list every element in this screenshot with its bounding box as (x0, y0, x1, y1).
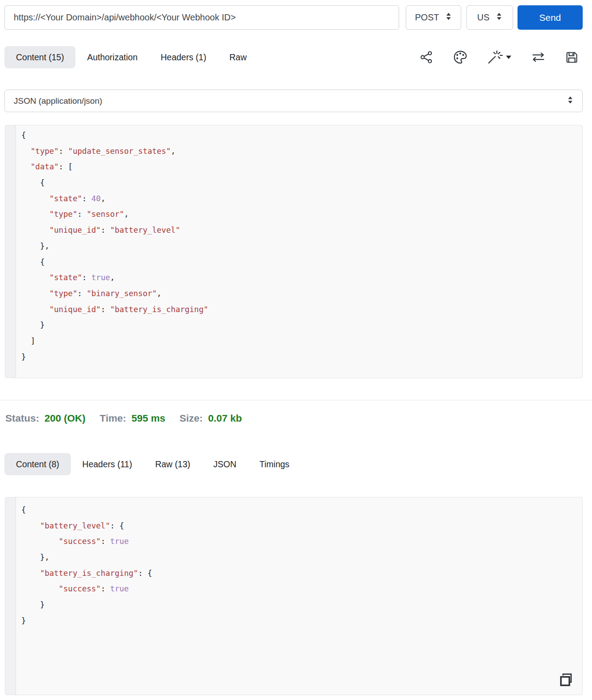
divider (0, 400, 592, 400)
size-value: 0.07 kb (208, 413, 242, 424)
time-label: Time: (100, 413, 126, 424)
request-body-code[interactable]: { "type": "update_sensor_states", "data"… (16, 125, 582, 378)
select-updown-icon (445, 12, 452, 23)
response-body-editor: { "battery_level": { "success": true }, … (5, 497, 583, 695)
tab-response-content[interactable]: Content (8) (4, 453, 71, 475)
tab-request-authorization[interactable]: Authorization (75, 46, 149, 68)
editor-gutter (5, 125, 16, 378)
body-type-value: JSON (application/json) (14, 96, 102, 106)
size-label: Size: (180, 413, 203, 424)
tab-request-raw[interactable]: Raw (218, 46, 258, 68)
response-status-bar: Status: 200 (OK) Time: 595 ms Size: 0.07… (5, 413, 242, 424)
tab-response-timings[interactable]: Timings (248, 453, 301, 475)
request-toolbar (419, 46, 579, 68)
tab-request-headers[interactable]: Headers (1) (149, 46, 218, 68)
method-select-value: POST (415, 12, 439, 23)
response-tabs: Content (8) Headers (11) Raw (13) JSON T… (4, 453, 301, 475)
url-input[interactable] (4, 5, 399, 30)
method-select[interactable]: POST (406, 5, 461, 30)
palette-icon[interactable] (453, 50, 468, 65)
tab-response-raw[interactable]: Raw (13) (144, 453, 202, 475)
send-button[interactable]: Send (518, 5, 583, 30)
region-select[interactable]: US (467, 5, 513, 30)
body-type-select[interactable]: JSON (application/json) (4, 90, 583, 112)
tab-request-content[interactable]: Content (15) (4, 46, 75, 68)
save-icon[interactable] (565, 51, 579, 64)
rest-client-page: POST US Send Content (15) Authorization … (0, 0, 592, 700)
tab-response-headers[interactable]: Headers (11) (71, 453, 144, 475)
request-body-editor: { "type": "update_sensor_states", "data"… (5, 125, 583, 378)
status-code-value: 200 (OK) (44, 413, 86, 424)
editor-gutter (5, 497, 16, 695)
magic-wand-icon[interactable] (487, 50, 512, 65)
status-label: Status: (5, 413, 39, 424)
region-select-value: US (477, 12, 490, 23)
request-tabs: Content (15) Authorization Headers (1) R… (4, 46, 258, 68)
chevron-down-icon (506, 55, 512, 59)
time-value: 595 ms (131, 413, 165, 424)
swap-arrows-icon[interactable] (531, 51, 546, 63)
share-icon[interactable] (419, 50, 434, 64)
select-updown-icon (567, 96, 573, 106)
copy-icon[interactable] (557, 672, 574, 690)
tab-response-json[interactable]: JSON (202, 453, 248, 475)
response-body-code[interactable]: { "battery_level": { "success": true }, … (16, 497, 582, 695)
select-updown-icon (496, 12, 502, 23)
